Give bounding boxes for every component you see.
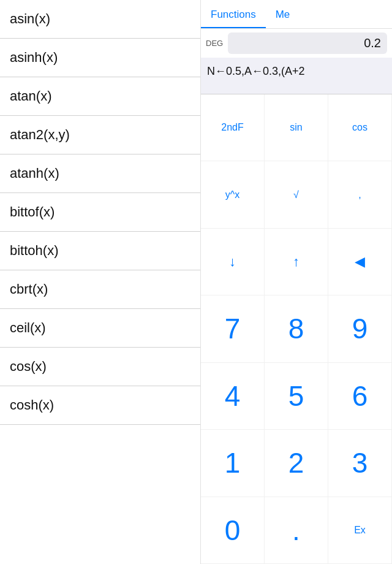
function-item-bittof[interactable]: bittof(x)	[0, 193, 200, 232]
btn-down[interactable]: ↓	[201, 229, 265, 295]
btn-comma[interactable]: ,	[328, 161, 392, 228]
btn-7[interactable]: 7	[201, 295, 265, 362]
btn-sqrt[interactable]: √	[265, 161, 328, 228]
btn-ex[interactable]: Ex	[328, 497, 392, 564]
tab-functions[interactable]: Functions	[201, 5, 266, 28]
tab-me[interactable]: Me	[266, 5, 300, 28]
btn-sin[interactable]: sin	[265, 94, 328, 161]
btn-3[interactable]: 3	[328, 430, 392, 497]
btn-cos[interactable]: cos	[328, 94, 392, 161]
btn-2ndf[interactable]: 2ndF	[201, 94, 265, 161]
function-item-asinh[interactable]: asinh(x)	[0, 39, 200, 77]
function-item-cosh[interactable]: cosh(x)	[0, 386, 200, 425]
deg-row: DEG 0.2	[201, 29, 392, 58]
function-list: asin(x) asinh(x) atan(x) atan2(x,y) atan…	[0, 0, 201, 564]
btn-back[interactable]: ◀	[328, 229, 392, 295]
btn-5[interactable]: 5	[265, 363, 328, 430]
display-value: 0.2	[228, 32, 387, 54]
function-item-ceil[interactable]: ceil(x)	[0, 309, 200, 348]
function-item-bittoh[interactable]: bittoh(x)	[0, 232, 200, 270]
btn-4[interactable]: 4	[201, 363, 265, 430]
btn-yx[interactable]: y^x	[201, 161, 265, 228]
btn-8[interactable]: 8	[265, 295, 328, 362]
function-item-atan2[interactable]: atan2(x,y)	[0, 116, 200, 154]
btn-up[interactable]: ↑	[265, 229, 328, 295]
expression-display: N←0.5,A←0.3,(A+2	[201, 58, 392, 94]
function-item-cos[interactable]: cos(x)	[0, 348, 200, 386]
tab-bar: Functions Me	[201, 0, 392, 29]
button-grid: 2ndF sin cos y^x √ , ↓ ↑ ◀ 7 8 9 4 5 6 1…	[201, 94, 392, 564]
function-item-atanh[interactable]: atanh(x)	[0, 154, 200, 193]
btn-9[interactable]: 9	[328, 295, 392, 362]
btn-6[interactable]: 6	[328, 363, 392, 430]
function-item-atan[interactable]: atan(x)	[0, 77, 200, 116]
calculator-panel: Functions Me DEG 0.2 N←0.5,A←0.3,(A+2 2n…	[201, 0, 392, 564]
deg-label: DEG	[206, 39, 223, 48]
btn-dot[interactable]: .	[265, 497, 328, 564]
btn-0[interactable]: 0	[201, 497, 265, 564]
btn-1[interactable]: 1	[201, 430, 265, 497]
btn-2[interactable]: 2	[265, 430, 328, 497]
function-item-cbrt[interactable]: cbrt(x)	[0, 270, 200, 309]
function-item-asin[interactable]: asin(x)	[0, 0, 200, 39]
